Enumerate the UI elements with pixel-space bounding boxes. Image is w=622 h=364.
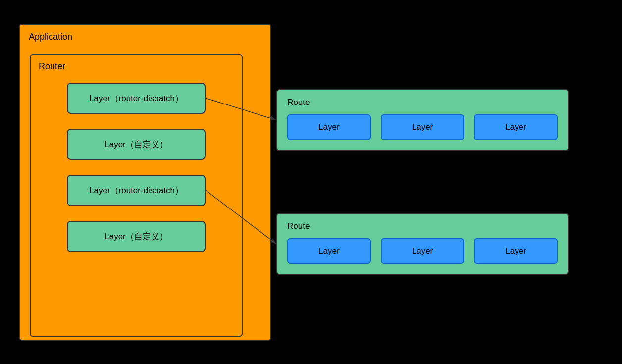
route-label-2: Route [287, 221, 558, 231]
diagram-container: Application Router Layer（router-dispatch… [19, 19, 603, 346]
route-layer-1-1: Layer [287, 114, 371, 140]
route-layer-1-3: Layer [474, 114, 558, 140]
layers-container: Layer（router-dispatch） Layer（自定义） Layer（… [38, 83, 234, 252]
layer-item-3: Layer（router-dispatch） [67, 175, 206, 206]
routes-side: Route Layer Layer Layer Route Layer Laye… [276, 58, 603, 306]
router-label: Router [39, 61, 65, 72]
route-layer-2-3: Layer [474, 238, 558, 264]
route-layer-2-1: Layer [287, 238, 371, 264]
route-label-1: Route [287, 98, 558, 107]
layer-item-2: Layer（自定义） [67, 129, 206, 160]
route-layer-1-2: Layer [381, 114, 465, 140]
layer-item-1: Layer（router-dispatch） [67, 83, 206, 114]
route-layers-2: Layer Layer Layer [287, 238, 558, 264]
route-layers-1: Layer Layer Layer [287, 114, 558, 140]
route-layer-2-2: Layer [381, 238, 465, 264]
router-box: Router Layer（router-dispatch） Layer（自定义）… [30, 54, 243, 337]
route-box-2: Route Layer Layer Layer [276, 213, 569, 275]
route-box-1: Route Layer Layer Layer [276, 89, 569, 151]
layer-item-4: Layer（自定义） [67, 221, 206, 252]
application-label: Application [29, 32, 72, 42]
application-box: Application Router Layer（router-dispatch… [19, 24, 271, 341]
